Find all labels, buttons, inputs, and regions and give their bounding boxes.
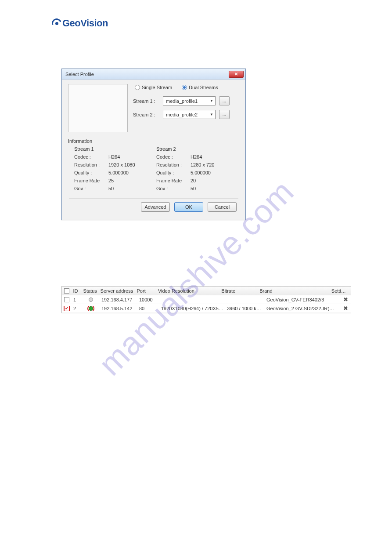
preview-box (68, 84, 128, 132)
cell-address: 192.168.4.177 (100, 297, 137, 302)
cell-bitrate: 3960 / 1000 kbps (225, 306, 265, 311)
stream2-col-title: Stream 2 (156, 146, 236, 152)
cell-port: 10000 (137, 297, 159, 302)
info-val: 5.000000 (108, 170, 129, 175)
advanced-button[interactable]: Advanced (141, 202, 170, 212)
stream1-col-title: Stream 1 (74, 146, 154, 152)
col-address[interactable]: Server address (99, 288, 135, 294)
camera-table: ID Status Server address Port Video Reso… (61, 286, 351, 313)
brand-logo: GeoVision (52, 18, 344, 29)
stream1-select[interactable]: media_profile1 ▼ (163, 96, 216, 105)
info-key: Codec : (74, 154, 108, 160)
close-button[interactable]: ✕ (229, 71, 244, 78)
info-val: 1280 x 720 (191, 162, 214, 167)
col-resolution[interactable]: Video Resolution (156, 288, 219, 294)
stream2-label: Stream 2 : (133, 112, 159, 117)
info-key: Gov : (156, 186, 191, 191)
info-key: Frame Rate (156, 178, 191, 183)
cell-resolution: 1920X1080(H264) / 720X576(H... (159, 306, 225, 311)
radio-icon (135, 85, 140, 90)
table-row[interactable]: 1 192.168.4.177 10000 GeoVision_GV-FER34… (62, 295, 351, 304)
row-checkbox[interactable]: ✔ (64, 306, 69, 311)
cell-address: 192.168.5.142 (100, 306, 137, 311)
info-key: Codec : (156, 154, 191, 160)
info-key: Quality : (74, 170, 108, 175)
col-port[interactable]: Port (135, 288, 156, 294)
logo-icon (52, 18, 61, 28)
radio-icon (182, 85, 187, 90)
row-settings-button[interactable]: ✖ (339, 296, 350, 303)
cell-id: 1 (72, 297, 82, 302)
logo-text: GeoVision (62, 18, 108, 29)
stream1-label: Stream 1 : (133, 98, 159, 104)
info-key: Resolution : (74, 162, 108, 167)
status-dot-icon (89, 306, 93, 311)
cell-brand: GeoVision_GV-FER3402/3 (265, 297, 339, 302)
select-profile-dialog: Select Profile ✕ Single Stream Dual (61, 69, 246, 220)
chevron-down-icon: ▼ (210, 112, 213, 116)
table-row[interactable]: ✔ 2 192.168.5.142 80 1920X1080(H264) / 7… (62, 304, 351, 313)
col-settings[interactable]: Settings (330, 288, 351, 294)
combo-value: media_profile1 (166, 98, 198, 104)
col-bitrate[interactable]: Bitrate (219, 288, 258, 294)
info-key: Resolution : (156, 162, 191, 167)
info-val: H264 (191, 154, 202, 160)
radio-dual-streams[interactable]: Dual Streams (182, 85, 218, 90)
info-val: 5.000000 (191, 170, 211, 175)
col-status[interactable]: Status (82, 288, 99, 294)
radio-label: Single Stream (142, 85, 172, 90)
info-val: H264 (108, 154, 120, 160)
col-brand[interactable]: Brand (258, 288, 330, 294)
dialog-titlebar: Select Profile ✕ (62, 69, 245, 80)
info-key: Gov : (74, 186, 108, 191)
info-key: Frame Rate (74, 178, 108, 183)
info-val: 1920 x 1080 (108, 162, 135, 167)
combo-value: media_profile2 (166, 112, 198, 117)
info-val: 50 (108, 186, 114, 191)
cell-brand: GeoVision_2 GV-SD2322-IR(ONVIF) (265, 306, 339, 311)
chevron-down-icon: ▼ (210, 99, 213, 103)
cell-id: 2 (72, 306, 82, 311)
row-settings-button[interactable]: ✖ (339, 305, 350, 312)
radio-single-stream[interactable]: Single Stream (135, 85, 172, 90)
check-icon: ✔ (65, 306, 68, 311)
info-val: 25 (108, 178, 114, 183)
stream2-browse-button[interactable]: ... (219, 110, 230, 119)
dialog-title: Select Profile (65, 72, 94, 77)
info-val: 50 (191, 186, 196, 191)
table-header: ID Status Server address Port Video Reso… (62, 287, 351, 295)
stream2-select[interactable]: media_profile2 ▼ (163, 110, 216, 119)
stream1-browse-button[interactable]: ... (219, 96, 230, 105)
ok-button[interactable]: OK (174, 202, 203, 212)
cancel-button[interactable]: Cancel (208, 202, 237, 212)
info-key: Quality : (156, 170, 191, 175)
status-dot-icon (89, 297, 93, 302)
col-id[interactable]: ID (71, 288, 81, 294)
row-checkbox[interactable] (64, 297, 69, 302)
information-label: Information (68, 138, 239, 144)
radio-label: Dual Streams (189, 85, 218, 90)
cell-port: 80 (137, 306, 159, 311)
info-val: 20 (191, 178, 196, 183)
close-icon: ✕ (234, 72, 238, 76)
select-all-checkbox[interactable] (64, 288, 69, 294)
